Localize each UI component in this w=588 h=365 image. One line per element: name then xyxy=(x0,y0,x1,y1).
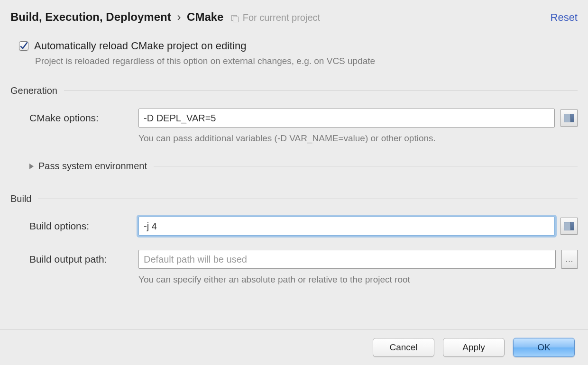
expand-editor-icon xyxy=(564,222,574,230)
current-project-scope: For current project xyxy=(231,12,320,23)
cmake-options-input[interactable] xyxy=(138,109,555,128)
divider xyxy=(154,166,578,166)
auto-reload-description: Project is reloaded regardless of this o… xyxy=(35,56,578,66)
pass-system-env-label: Pass system environment xyxy=(38,161,147,172)
current-project-label: For current project xyxy=(243,12,320,23)
divider xyxy=(38,199,578,199)
cmake-options-row: CMake options: xyxy=(29,109,578,128)
header-row: Build, Execution, Deployment › CMake For… xyxy=(10,10,578,24)
chevron-right-icon xyxy=(29,164,34,169)
cmake-options-hint: You can pass additional variables (-D VA… xyxy=(138,133,578,144)
dialog-footer: Cancel Apply OK xyxy=(0,329,588,365)
expand-editor-icon xyxy=(564,114,574,122)
auto-reload-block: Automatically reload CMake project on ed… xyxy=(19,40,578,66)
section-build-title: Build xyxy=(10,193,31,204)
project-scope-icon xyxy=(231,15,238,22)
ok-button[interactable]: OK xyxy=(513,338,575,357)
reset-link[interactable]: Reset xyxy=(551,11,578,24)
cmake-options-label: CMake options: xyxy=(29,112,138,124)
cancel-button[interactable]: Cancel xyxy=(373,338,434,357)
build-output-path-label: Build output path: xyxy=(29,254,138,265)
expand-cmake-options-button[interactable] xyxy=(560,110,578,127)
divider xyxy=(64,91,578,91)
expand-build-options-button[interactable] xyxy=(560,218,578,235)
breadcrumb-separator: › xyxy=(177,10,181,23)
section-build-header: Build xyxy=(10,193,578,204)
breadcrumb-parent: Build, Execution, Deployment xyxy=(10,10,171,23)
build-output-path-hint: You can specify either an absolute path … xyxy=(138,274,578,285)
section-generation-header: Generation xyxy=(10,85,578,96)
build-options-input[interactable] xyxy=(138,217,555,236)
auto-reload-checkbox[interactable] xyxy=(19,41,28,51)
apply-button[interactable]: Apply xyxy=(443,338,505,357)
build-output-path-input[interactable] xyxy=(138,250,556,269)
auto-reload-label: Automatically reload CMake project on ed… xyxy=(34,40,247,52)
build-output-path-row: Build output path: ... xyxy=(29,250,578,269)
browse-output-path-button[interactable]: ... xyxy=(561,250,578,269)
breadcrumb-current: CMake xyxy=(187,10,223,23)
checkmark-icon xyxy=(19,42,28,50)
breadcrumb: Build, Execution, Deployment › CMake For… xyxy=(10,10,320,24)
build-options-row: Build options: xyxy=(29,217,578,236)
build-options-label: Build options: xyxy=(29,220,138,232)
section-generation-title: Generation xyxy=(10,85,57,96)
pass-system-env-disclosure[interactable]: Pass system environment xyxy=(29,161,578,172)
